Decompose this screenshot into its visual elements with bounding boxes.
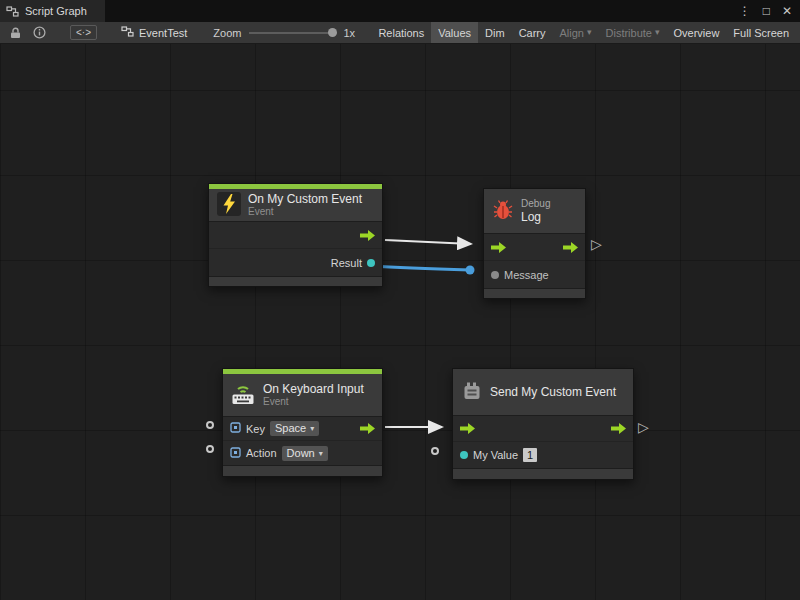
node-header[interactable]: Send My Custom Event — [453, 369, 633, 415]
flow-input-port[interactable] — [460, 423, 475, 434]
relations-button[interactable]: Relations — [371, 22, 431, 43]
lightning-icon — [217, 192, 241, 218]
node-footer — [209, 277, 382, 286]
custom-event-icon — [461, 380, 483, 404]
flow-input-port[interactable] — [491, 242, 506, 253]
chevron-down-icon: ▾ — [319, 447, 323, 460]
node-on-keyboard-input[interactable]: On Keyboard Input Event Key Space▾ — [222, 368, 383, 477]
tab-script-graph[interactable]: Script Graph — [0, 0, 105, 22]
port-label-key: Key — [246, 423, 265, 435]
node-debug-log[interactable]: Debug Log Message — [483, 188, 586, 299]
keycap-icon — [230, 422, 241, 435]
node-footer — [484, 289, 585, 298]
keycap-icon — [230, 447, 241, 460]
keyboard-icon — [230, 382, 256, 408]
port-label-message: Message — [504, 269, 549, 281]
connection-wires — [0, 44, 800, 600]
value-input-port[interactable] — [460, 451, 468, 459]
node-surtitle: Debug — [521, 198, 550, 210]
info-icon[interactable] — [27, 22, 52, 43]
node-title: On My Custom Event — [248, 192, 362, 206]
align-button[interactable]: Align▾ — [553, 22, 599, 43]
chevron-down-icon: ▾ — [310, 422, 314, 435]
value-wire-result-to-message[interactable] — [371, 266, 470, 270]
unconnected-input-port[interactable] — [431, 447, 439, 455]
graph-name: EventTest — [139, 27, 187, 39]
flow-continuation-icon: ▷ — [591, 237, 602, 251]
flow-output-port[interactable] — [563, 242, 578, 253]
window-close-icon[interactable]: ✕ — [782, 5, 792, 17]
zoom-value: 1x — [343, 27, 355, 39]
chevron-down-icon: ▾ — [655, 28, 660, 37]
node-title: Send My Custom Event — [490, 385, 616, 399]
code-icon[interactable]: <·> — [70, 25, 97, 40]
node-footer — [223, 466, 382, 476]
node-subtitle: Event — [263, 396, 364, 408]
zoom-slider[interactable] — [249, 28, 337, 38]
zoom-label: Zoom — [213, 27, 241, 39]
flow-output-port[interactable] — [360, 230, 375, 241]
action-dropdown[interactable]: Down▾ — [282, 446, 328, 461]
full-screen-button[interactable]: Full Screen — [726, 22, 796, 43]
window-maximize-icon[interactable]: □ — [763, 5, 770, 17]
window-tab-bar: Script Graph ⋮ □ ✕ — [0, 0, 800, 22]
port-label-my-value: My Value — [473, 449, 518, 461]
port-label-action: Action — [246, 447, 277, 459]
port-label-result: Result — [331, 257, 362, 269]
overview-button[interactable]: Overview — [667, 22, 727, 43]
graph-icon — [6, 6, 19, 17]
carry-button[interactable]: Carry — [512, 22, 553, 43]
window-menu-icon[interactable]: ⋮ — [739, 5, 751, 17]
unconnected-input-port[interactable] — [206, 421, 214, 429]
value-output-port[interactable] — [367, 259, 375, 267]
key-dropdown[interactable]: Space▾ — [270, 421, 319, 436]
bug-icon — [492, 199, 514, 223]
tab-label: Script Graph — [25, 5, 87, 17]
zoom-slider-track — [249, 32, 337, 34]
flow-output-port[interactable] — [611, 423, 626, 434]
node-footer — [453, 469, 633, 479]
node-subtitle: Event — [248, 206, 362, 218]
flow-wire-custom-event-to-log[interactable] — [385, 240, 471, 244]
dim-button[interactable]: Dim — [478, 22, 512, 43]
zoom-slider-thumb[interactable] — [328, 28, 337, 37]
chevron-down-icon: ▾ — [587, 28, 592, 37]
toolbar-buttons: Relations Values Dim Carry Align▾ Distri… — [371, 22, 796, 43]
distribute-button[interactable]: Distribute▾ — [599, 22, 667, 43]
graph-reference[interactable]: EventTest — [121, 26, 187, 39]
window-controls: ⋮ □ ✕ — [739, 0, 800, 22]
value-input-port[interactable] — [491, 271, 499, 279]
node-header[interactable]: On My Custom Event Event — [209, 189, 382, 221]
values-button[interactable]: Values — [431, 22, 478, 43]
node-title: Log — [521, 210, 550, 224]
script-graph-window: Script Graph ⋮ □ ✕ <·> EventTest Zoom 1x — [0, 0, 800, 600]
graph-canvas[interactable]: On My Custom Event Event Result — [0, 44, 800, 600]
graph-toolbar: <·> EventTest Zoom 1x Relations Values D… — [0, 22, 800, 44]
node-header[interactable]: Debug Log — [484, 189, 585, 233]
flow-continuation-icon: ▷ — [638, 420, 649, 434]
wire-endpoint-dot — [466, 266, 475, 275]
script-graph-icon — [121, 26, 134, 39]
node-header[interactable]: On Keyboard Input Event — [223, 374, 382, 416]
flow-output-port[interactable] — [360, 423, 375, 434]
my-value-input[interactable]: 1 — [523, 448, 537, 462]
node-send-my-custom-event[interactable]: Send My Custom Event My Value 1 — [452, 368, 634, 480]
unconnected-input-port[interactable] — [206, 445, 214, 453]
node-title: On Keyboard Input — [263, 382, 364, 396]
lock-icon[interactable] — [4, 22, 27, 43]
node-on-my-custom-event[interactable]: On My Custom Event Event Result — [208, 183, 383, 287]
